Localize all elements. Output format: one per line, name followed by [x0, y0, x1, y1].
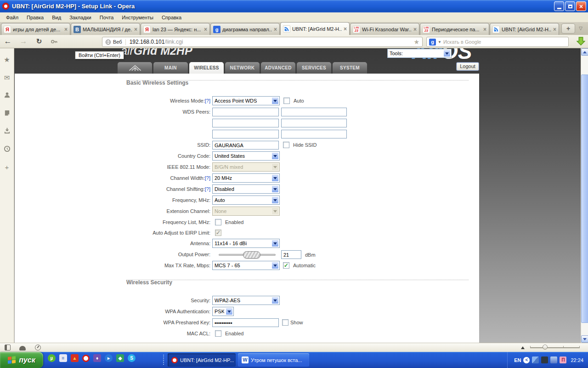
back-button[interactable]: ← — [0, 37, 16, 46]
window-titlebar[interactable]: UBNT: [AirGrid M2-HP] - Setup Link - Ope… — [0, 0, 588, 12]
tab-main[interactable]: MAIN — [153, 62, 188, 74]
utorrent-icon[interactable]: µ — [48, 354, 56, 362]
menu-file[interactable]: Файл — [2, 14, 23, 21]
network-monitors-icon[interactable] — [532, 356, 539, 363]
start-button[interactable]: пуск — [0, 352, 43, 368]
antenna-tray-icon[interactable] — [541, 356, 548, 363]
browser-tab-3[interactable]: Я lan 23 — Яндекс: н... × — [141, 23, 210, 35]
language-indicator[interactable]: EN — [514, 357, 521, 363]
taskbar-window-opera[interactable]: UBNT: [AirGrid M2-HP... — [168, 353, 236, 367]
mac-acl-checkbox[interactable] — [215, 330, 221, 337]
tab-close-icon[interactable]: × — [553, 27, 556, 32]
auto-checkbox[interactable] — [283, 98, 290, 104]
url-field[interactable]: Веб 192.168.0.101 /link.cgi ★ — [102, 37, 423, 47]
browser-tab-6[interactable]: LAN23 Wi-Fi Krasnodar War... × — [350, 23, 419, 35]
output-power-slider[interactable] — [219, 254, 276, 256]
notes-icon[interactable] — [3, 109, 11, 117]
tab-list-chevron-icon[interactable]: ▽ — [576, 23, 585, 34]
search-input[interactable] — [443, 39, 566, 45]
wpa-authentication-select[interactable]: PSK — [212, 307, 234, 316]
fit-width-icon[interactable] — [521, 346, 525, 349]
tools-select[interactable]: Tools: — [387, 49, 452, 58]
menu-tools[interactable]: Инструменты — [118, 14, 158, 21]
tab-close-icon[interactable]: × — [413, 27, 417, 32]
wds-peer-input-2[interactable] — [281, 108, 347, 116]
zoom-slider-knob[interactable] — [543, 345, 548, 350]
close-button[interactable]: × — [576, 1, 586, 11]
wds-peer-input-5[interactable] — [212, 130, 279, 138]
frequency-list-checkbox[interactable] — [215, 219, 221, 225]
mail-envelope-icon[interactable]: ✉ — [3, 74, 11, 81]
forward-button[interactable]: → — [16, 37, 31, 46]
add-panel-icon[interactable]: + — [3, 163, 11, 171]
tab-close-icon[interactable]: × — [64, 27, 68, 32]
wds-peer-input-6[interactable] — [281, 130, 347, 138]
wds-peer-input-3[interactable] — [212, 119, 279, 127]
logout-button[interactable]: Logout — [456, 62, 479, 71]
tab-system[interactable]: SYSTEM — [332, 62, 368, 74]
browser-tab-7[interactable]: LAN23 Периодическое па... × — [420, 23, 489, 35]
output-power-input[interactable]: 21 — [281, 250, 301, 259]
security-select[interactable]: WPA2-AES — [212, 296, 280, 305]
tab-close-icon[interactable]: × — [204, 27, 207, 32]
browser-tab-5-active[interactable]: UBNT: [AirGrid M2-H... × — [280, 22, 350, 35]
wpa-preshared-key-input[interactable]: •••••••••• — [212, 318, 279, 327]
tab-ubnt-logo[interactable] — [117, 62, 153, 74]
country-code-select[interactable]: United States — [212, 151, 280, 161]
zoom-slider[interactable] — [530, 347, 580, 348]
tab-services[interactable]: SERVICES — [296, 62, 332, 74]
wireless-mode-select[interactable]: Access Point WDS — [212, 96, 280, 105]
tab-close-icon[interactable]: × — [344, 26, 347, 32]
channel-width-select[interactable]: 20 MHz — [212, 173, 280, 183]
help-link[interactable]: [?] — [205, 186, 210, 192]
menu-view[interactable]: Вид — [48, 14, 65, 21]
browser-tab-8[interactable]: UBNT: [AirGrid M2-H... × — [490, 23, 559, 35]
bookmarks-star-icon[interactable]: ★ — [3, 56, 11, 63]
notes-app-icon[interactable]: ≡ — [59, 354, 67, 362]
site-badge[interactable]: Веб — [105, 39, 126, 45]
channel-shifting-select[interactable]: Disabled — [212, 184, 280, 194]
bookmark-star-icon[interactable]: ★ — [413, 38, 419, 46]
minimize-button[interactable] — [554, 1, 564, 11]
frequency-select[interactable]: Auto — [212, 196, 280, 205]
vertical-scrollbar[interactable] — [581, 48, 588, 343]
downloads-icon[interactable] — [3, 127, 11, 135]
browser-tab-1[interactable]: Я игры для детей де... × — [1, 23, 70, 35]
taskbar-window-word[interactable]: W Утром петушок вста... — [238, 353, 309, 367]
scroll-up-button[interactable] — [581, 48, 588, 56]
media-player-icon[interactable]: ▸ — [105, 354, 113, 362]
menu-bookmarks[interactable]: Закладки — [65, 14, 96, 21]
contacts-person-icon[interactable] — [3, 92, 11, 99]
tab-wireless[interactable]: WIRELESS — [189, 62, 224, 74]
tab-close-icon[interactable]: × — [274, 27, 277, 32]
help-link[interactable]: [?] — [205, 98, 210, 104]
opera-launcher-icon[interactable] — [82, 355, 90, 362]
browser-tab-2[interactable]: В МАЛЫШАНДИЯ / де... × — [71, 23, 140, 35]
slider-handle[interactable] — [243, 251, 260, 259]
turbo-gauge-icon[interactable] — [35, 345, 41, 351]
show-key-checkbox[interactable] — [282, 319, 288, 326]
download-arrow-icon[interactable] — [577, 36, 585, 48]
wds-peer-input-4[interactable] — [281, 119, 347, 127]
history-clock-icon[interactable] — [3, 145, 11, 153]
wds-peer-input-1[interactable] — [212, 108, 279, 116]
reload-button[interactable]: ↻ — [31, 37, 47, 46]
new-tab-button[interactable]: + — [561, 23, 575, 34]
scrollbar-thumb[interactable] — [581, 75, 588, 323]
aimp-icon[interactable]: ▲ — [71, 354, 79, 362]
search-engine-chevron-icon[interactable]: ▼ — [438, 40, 441, 44]
panel-toggle-icon[interactable] — [5, 345, 11, 351]
menu-help[interactable]: Справка — [158, 14, 186, 21]
menu-mail[interactable]: Почта — [96, 14, 118, 21]
antivirus-shield-icon[interactable]: ◆ — [116, 354, 124, 362]
security-tray-icon[interactable] — [550, 356, 557, 363]
hide-ssid-checkbox[interactable] — [283, 142, 289, 148]
max-tx-rate-select[interactable]: MCS 7 - 65 — [212, 261, 280, 270]
tab-close-icon[interactable]: × — [483, 27, 486, 32]
app-icon[interactable]: ♦ — [93, 354, 101, 362]
tab-advanced[interactable]: ADVANCED — [260, 62, 296, 74]
skype-icon[interactable]: S — [128, 354, 136, 362]
punto-switcher-icon[interactable]: П — [560, 356, 566, 363]
sync-cloud-icon[interactable] — [19, 346, 26, 351]
restore-button[interactable] — [565, 1, 575, 11]
